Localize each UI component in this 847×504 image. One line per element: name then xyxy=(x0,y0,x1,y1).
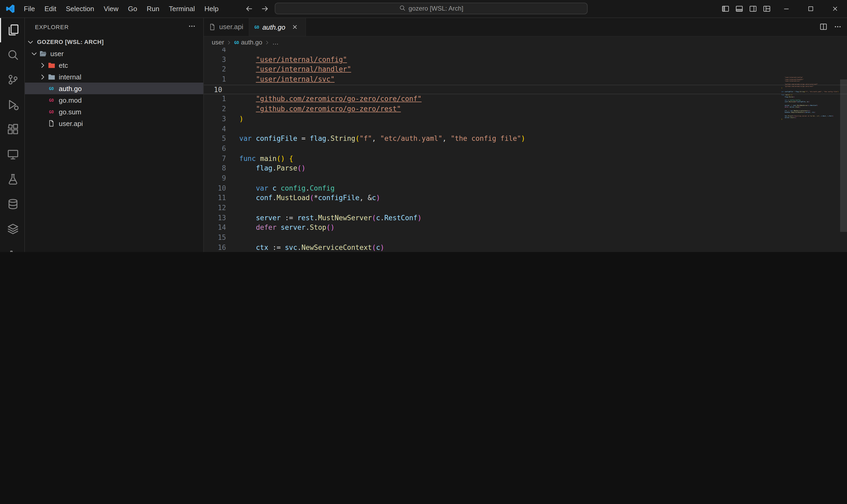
breadcrumb-item-auth.go[interactable]: GOauth.go xyxy=(234,39,262,46)
chevron-down-icon xyxy=(26,38,34,46)
menu-go[interactable]: Go xyxy=(123,0,142,17)
menu-file[interactable]: File xyxy=(19,0,40,17)
minimap[interactable]: "user/internal/config" "user/internal/ha… xyxy=(781,75,840,122)
activity-item-layers[interactable] xyxy=(0,217,24,241)
editor-actions xyxy=(819,17,842,36)
line-number: 5 xyxy=(203,134,239,144)
activity-item-files[interactable] xyxy=(0,17,24,42)
minimap-line: flag.Parse() xyxy=(781,96,840,98)
line-number: 4 xyxy=(203,124,239,134)
code-line: 9 xyxy=(203,174,847,183)
code-text: defer server.Stop() xyxy=(239,223,335,233)
code-line: 1 "github.com/zeromicro/go-zero/core/con… xyxy=(203,94,847,104)
tree-item-go.sum[interactable]: GOgo.sum xyxy=(24,106,203,118)
activity-item-testing[interactable] xyxy=(0,167,24,192)
close-button[interactable] xyxy=(823,0,847,17)
code-line: 14 defer server.Stop() xyxy=(203,223,847,233)
code-line: 2 "user/internal/handler" xyxy=(203,65,847,75)
close-tab-button[interactable] xyxy=(290,22,300,32)
search-icon xyxy=(399,4,406,13)
tree-item-user.api[interactable]: user.api xyxy=(24,118,203,129)
toggle-primary-sidebar-button[interactable] xyxy=(719,2,732,15)
toggle-secondary-sidebar-button[interactable] xyxy=(746,2,759,15)
menu-terminal[interactable]: Terminal xyxy=(164,0,200,17)
breadcrumb-item-user[interactable]: user xyxy=(212,39,224,46)
maximize-button[interactable] xyxy=(798,0,823,17)
more-actions-icon[interactable] xyxy=(834,23,842,31)
tree-item-label: user xyxy=(50,50,64,57)
back-button[interactable] xyxy=(242,2,255,15)
activity-item-search[interactable] xyxy=(0,42,24,67)
minimap-line: conf.MustLoad(*configFile, &c) xyxy=(781,102,840,103)
minimap-line xyxy=(781,89,840,91)
breadcrumb-item-…[interactable]: … xyxy=(272,39,279,46)
minimap-line: ctx := svc.NewServiceContext(c) xyxy=(781,110,840,112)
code-text: "github.com/zeromicro/go-zero/rest" xyxy=(239,104,401,114)
title-bar: FileEditSelectionViewGoRunTerminalHelp g… xyxy=(0,0,847,18)
explorer-sidebar: EXPLORER GOZERO [WSL: ARCH]useretcintern… xyxy=(24,17,204,252)
code-text: "user/internal/config" xyxy=(239,55,347,65)
activity-item-database[interactable] xyxy=(0,192,24,217)
tree-item-label: go.sum xyxy=(59,108,81,116)
code-line: 15 xyxy=(203,233,847,243)
tree-item-label: auth.go xyxy=(59,85,82,92)
folder-open-icon xyxy=(39,50,47,57)
tree-item-auth.go[interactable]: GOauth.go xyxy=(24,83,203,94)
activity-item-extensions[interactable] xyxy=(0,117,24,142)
minimap-line: ) xyxy=(781,87,840,89)
minimap-line: "user/internal/handler" xyxy=(781,78,840,80)
forward-button[interactable] xyxy=(258,2,271,15)
line-number: 3 xyxy=(203,55,239,65)
tree-root[interactable]: GOZERO [WSL: ARCH] xyxy=(24,36,203,48)
menu-selection[interactable]: Selection xyxy=(61,0,99,17)
go-file-icon: GO xyxy=(234,40,239,45)
line-number: 12 xyxy=(203,203,239,213)
remote-explorer-icon xyxy=(6,148,19,160)
line-number: 6 xyxy=(203,144,239,154)
tree-item-internal[interactable]: internal xyxy=(24,71,203,83)
tree-item-label: go.mod xyxy=(59,96,82,104)
extensions-icon xyxy=(6,123,19,136)
line-number: 8 xyxy=(203,164,239,174)
run-debug-icon xyxy=(6,98,19,111)
minimap-line: fmt.Printf("Starting server at %s:%d...\… xyxy=(781,115,840,117)
tree-item-etc[interactable]: etc xyxy=(24,59,203,71)
tree-item-user[interactable]: user xyxy=(24,48,203,59)
menu-run[interactable]: Run xyxy=(142,0,164,17)
minimap-line xyxy=(781,108,840,110)
activity-item-source-control[interactable] xyxy=(0,67,24,92)
minimap-line xyxy=(781,75,840,77)
minimap-line xyxy=(781,93,840,94)
minimap-line: server.Start() xyxy=(781,117,840,119)
code-editor[interactable]: 43 "user/internal/config"2 "user/interna… xyxy=(203,48,847,252)
split-editor-icon[interactable] xyxy=(819,23,827,31)
minimize-button[interactable] xyxy=(774,0,798,17)
code-text: func main() { xyxy=(239,154,293,164)
command-center[interactable]: gozero [WSL: Arch] xyxy=(275,3,588,14)
code-line: 13 server := rest.MustNewServer(c.RestCo… xyxy=(203,213,847,223)
menu-view[interactable]: View xyxy=(99,0,123,17)
minimap-line xyxy=(781,98,840,100)
minimap-line xyxy=(781,103,840,105)
tree-item-go.mod[interactable]: GOgo.mod xyxy=(24,94,203,106)
tab-auth.go[interactable]: GOauth.go xyxy=(249,17,306,36)
history-navigation xyxy=(242,0,271,17)
tab-user.api[interactable]: user.api xyxy=(203,17,249,36)
code-text: var c config.Config xyxy=(239,183,335,193)
line-number: 7 xyxy=(203,154,239,164)
activity-item-run-debug[interactable] xyxy=(0,92,24,117)
code-text: "github.com/zeromicro/go-zero/core/conf" xyxy=(239,94,422,104)
menu-help[interactable]: Help xyxy=(200,0,223,17)
code-text: flag.Parse() xyxy=(239,164,306,174)
activity-item-docker[interactable] xyxy=(0,241,24,252)
minimap-line: "user/internal/config" xyxy=(781,77,840,79)
command-center-label: gozero [WSL: Arch] xyxy=(409,5,464,12)
toggle-panel-button[interactable] xyxy=(733,2,745,15)
code-line: 8 flag.Parse() xyxy=(203,164,847,174)
views-and-more-actions-icon[interactable] xyxy=(188,22,196,30)
files-icon xyxy=(6,24,19,36)
activity-item-remote-explorer[interactable] xyxy=(0,142,24,167)
menu-edit[interactable]: Edit xyxy=(40,0,61,17)
customize-layout-button[interactable] xyxy=(760,2,773,15)
editor-scrollbar[interactable] xyxy=(840,79,847,232)
